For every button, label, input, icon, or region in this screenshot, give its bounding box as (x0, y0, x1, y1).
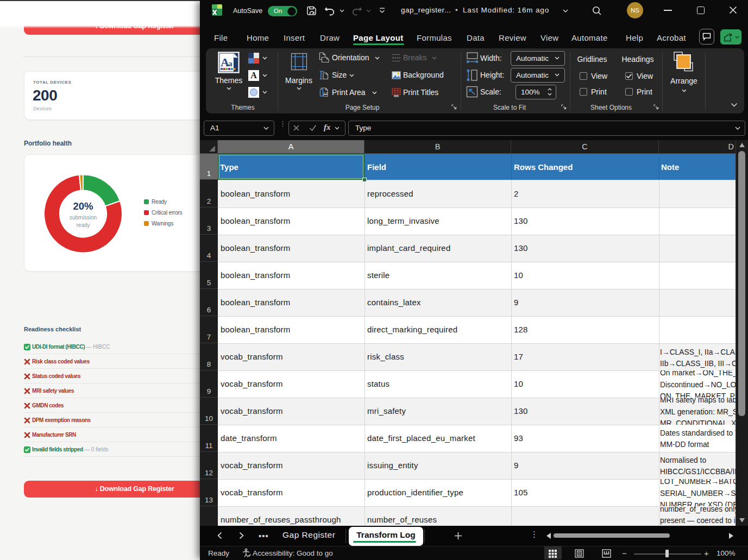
svg-text:a: a (228, 59, 232, 68)
